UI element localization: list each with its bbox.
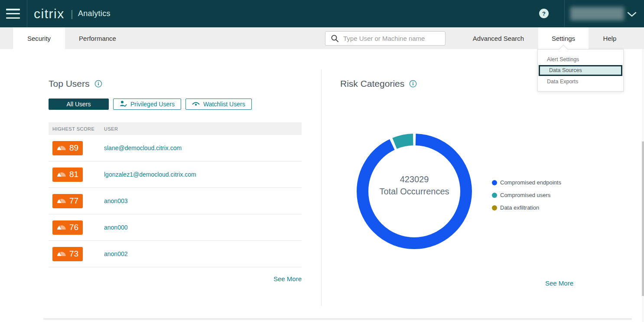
risk-score: 81: [69, 170, 78, 179]
risk-categories-title: Risk Categories: [340, 79, 404, 89]
product-name: Analytics: [78, 0, 111, 27]
settings-dropdown-menu: Alert Settings Data Sources Data Exports: [537, 49, 624, 92]
help-link[interactable]: Help: [589, 27, 631, 49]
gauge-icon: [57, 171, 66, 179]
top-users-see-more-link[interactable]: See More: [49, 275, 302, 283]
user-link[interactable]: slane@democloud.citrix.com: [104, 145, 182, 151]
citrix-analytics-dashboard: citrix | Analytics ? Security Performanc…: [0, 0, 644, 322]
risk-score: 73: [69, 249, 78, 259]
gauge-icon: [57, 250, 66, 258]
table-row: 81 lgonzalez1@democloud.citrix.com: [49, 161, 302, 188]
gauge-icon: [57, 197, 66, 205]
logo-separator: |: [71, 0, 73, 27]
top-users-title: Top Users: [49, 79, 90, 89]
risk-score-badge[interactable]: 81: [52, 168, 83, 182]
watchlist-users-label: Watchlist Users: [203, 101, 245, 108]
user-filter-buttons: All Users Privileged Users Watchlist Use…: [49, 99, 252, 110]
legend-dot: [492, 205, 497, 210]
panel-divider: [321, 69, 322, 306]
user-link[interactable]: lgonzalez1@democloud.citrix.com: [104, 171, 196, 178]
total-occurrences-label: Total Occurrences: [371, 185, 458, 197]
user-account-redacted: [570, 7, 624, 20]
table-header-row: HIGHEST SCORE USER: [49, 122, 302, 135]
column-header-user: USER: [104, 126, 118, 131]
watchlist-users-button[interactable]: Watchlist Users: [185, 99, 252, 110]
privileged-user-icon: [120, 100, 127, 108]
all-users-button[interactable]: All Users: [49, 99, 109, 110]
secondary-nav-bar: Security Performance Advanced Search Set…: [0, 27, 644, 49]
account-chevron-down-icon[interactable]: [627, 11, 637, 17]
watchlist-eye-icon: [192, 101, 200, 108]
top-users-table: HIGHEST SCORE USER 89 slane@democloud.ci…: [49, 122, 302, 267]
citrix-logo: citrix: [34, 0, 65, 27]
column-header-score: HIGHEST SCORE: [49, 126, 104, 131]
user-link[interactable]: anon000: [104, 224, 128, 231]
top-header-bar: citrix | Analytics ?: [0, 0, 644, 27]
risk-categories-title-row: Risk Categories: [340, 79, 417, 89]
header-divider: [27, 0, 27, 27]
legend-item-compromised-users[interactable]: Compromised users: [492, 192, 561, 198]
chart-legend: Compromised endpoints Compromised users …: [492, 179, 561, 211]
privileged-users-button[interactable]: Privileged Users: [113, 99, 181, 110]
risk-score-badge[interactable]: 76: [52, 220, 83, 235]
search-icon: [331, 34, 339, 43]
table-row: 77 anon003: [49, 188, 302, 214]
privileged-users-label: Privileged Users: [130, 101, 175, 108]
info-icon[interactable]: [94, 80, 102, 88]
hamburger-menu-icon[interactable]: [6, 9, 20, 19]
legend-dot: [492, 193, 497, 198]
user-link[interactable]: anon003: [104, 197, 128, 204]
header-divider: [564, 0, 565, 27]
user-link[interactable]: anon002: [104, 250, 128, 257]
tab-security[interactable]: Security: [13, 27, 65, 49]
table-row: 76 anon000: [49, 214, 302, 241]
legend-label: Compromised endpoints: [500, 179, 561, 186]
risk-score: 89: [69, 143, 78, 153]
risk-score-badge[interactable]: 89: [52, 141, 83, 155]
risk-score-badge[interactable]: 77: [52, 194, 83, 208]
risk-score: 77: [69, 196, 78, 206]
scrollbar-thumb[interactable]: [642, 141, 644, 296]
legend-dot: [492, 180, 497, 185]
risk-score: 76: [69, 223, 78, 232]
legend-label: Compromised users: [500, 192, 550, 198]
gauge-icon: [57, 144, 66, 152]
tab-performance[interactable]: Performance: [65, 27, 130, 49]
donut-center-text: 423029 Total Occurrences: [371, 173, 458, 197]
legend-item-compromised-endpoints[interactable]: Compromised endpoints: [492, 179, 561, 186]
risk-score-badge[interactable]: 73: [52, 247, 83, 261]
total-occurrences-value: 423029: [371, 173, 458, 185]
gauge-icon: [57, 223, 66, 232]
table-row: 73 anon002: [49, 241, 302, 267]
advanced-search-link[interactable]: Advanced Search: [459, 27, 538, 49]
risk-categories-see-more-link[interactable]: See More: [545, 279, 573, 287]
section-divider: [43, 318, 632, 320]
table-row: 89 slane@democloud.citrix.com: [49, 135, 302, 161]
search-box[interactable]: [325, 31, 446, 46]
help-icon[interactable]: ?: [539, 9, 549, 18]
top-users-title-row: Top Users: [49, 79, 102, 89]
legend-label: Data exfiltration: [500, 204, 539, 211]
menu-item-alert-settings[interactable]: Alert Settings: [538, 54, 623, 65]
search-input[interactable]: [343, 35, 445, 42]
menu-item-data-exports[interactable]: Data Exports: [538, 76, 623, 87]
info-icon[interactable]: [409, 80, 417, 88]
legend-item-data-exfiltration[interactable]: Data exfiltration: [492, 204, 561, 211]
menu-item-data-sources[interactable]: Data Sources: [539, 65, 622, 76]
